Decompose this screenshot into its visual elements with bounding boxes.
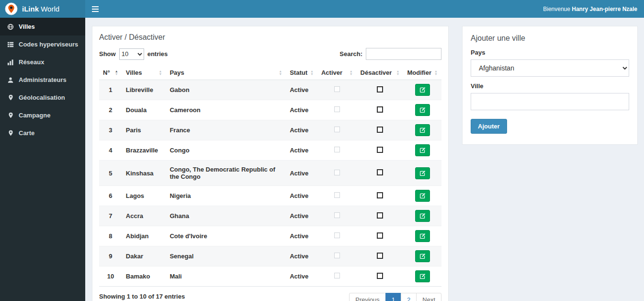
entries-label: entries	[147, 50, 168, 58]
row-number: 8	[99, 226, 122, 246]
sort-icon: ▲▼	[396, 70, 400, 76]
ajouter-button[interactable]: Ajouter	[471, 119, 507, 134]
sidebar-toggle-button[interactable]	[85, 0, 105, 18]
desactiver-checkbox[interactable]	[377, 192, 383, 198]
edit-icon	[419, 193, 426, 199]
brand[interactable]: iLink World	[0, 0, 85, 18]
activer-checkbox[interactable]	[334, 170, 340, 175]
sort-icon: ▲▼	[350, 70, 353, 76]
ville-cell: Libreville	[122, 80, 166, 100]
table-info: Showing 1 to 10 of 17 entries	[99, 293, 185, 300]
sidebar-item-campagne[interactable]: Campagne	[0, 106, 85, 124]
column-header-modifier[interactable]: Modifier ▲▼	[403, 66, 441, 80]
activer-checkbox[interactable]	[334, 147, 340, 152]
list-icon	[7, 41, 14, 48]
top-header: iLink World Bienvenue Hanry Jean-pierre …	[0, 0, 644, 18]
table-row: 10 Bamako Mali Active	[99, 266, 441, 287]
table-row: 1 Libreville Gabon Active	[99, 80, 441, 100]
column-header-activer[interactable]: Activer ▲▼	[317, 66, 357, 80]
pagination-page-2[interactable]: 2	[401, 293, 417, 301]
desactiver-checkbox[interactable]	[377, 212, 383, 219]
modifier-button[interactable]	[415, 84, 430, 96]
pagination-next[interactable]: Next	[416, 293, 441, 301]
pays-cell: France	[166, 120, 286, 140]
sidebar-item-codes-hyperviseurs[interactable]: Codes hyperviseurs	[0, 35, 85, 53]
sidebar-item-label: Codes hyperviseurs	[19, 41, 78, 48]
desactiver-checkbox[interactable]	[377, 127, 383, 133]
modifier-button[interactable]	[415, 144, 430, 156]
statut-cell: Active	[286, 206, 317, 226]
modifier-button[interactable]	[415, 230, 430, 242]
modifier-button[interactable]	[415, 250, 430, 262]
activer-checkbox[interactable]	[334, 127, 340, 132]
modifier-button[interactable]	[415, 270, 430, 282]
sidebar-menu: Villes Codes hyperviseurs Réseaux Admini…	[0, 18, 85, 142]
desactiver-checkbox[interactable]	[377, 273, 383, 279]
edit-icon	[419, 253, 426, 259]
desactiver-checkbox[interactable]	[377, 253, 383, 259]
sort-icon: ▲▼	[310, 70, 314, 76]
desactiver-checkbox[interactable]	[377, 232, 383, 239]
search-input[interactable]	[366, 48, 441, 60]
column-header-pays[interactable]: Pays ▲▼	[166, 66, 286, 80]
map-marker-icon	[7, 94, 14, 101]
edit-icon	[419, 233, 426, 239]
edit-icon	[419, 87, 426, 93]
ville-cell: Douala	[122, 100, 166, 120]
row-number: 1	[99, 80, 122, 100]
search-label: Search:	[339, 50, 362, 58]
sort-icon: ▲▼	[279, 70, 282, 76]
row-number: 3	[99, 120, 122, 140]
table-row: 8 Abidjan Cote d'Ivoire Active	[99, 226, 441, 246]
sidebar-item-villes[interactable]: Villes	[0, 18, 85, 35]
column-header-statut[interactable]: Statut ▲▼	[286, 66, 317, 80]
sidebar-item-carte[interactable]: Carte	[0, 124, 85, 142]
desactiver-checkbox[interactable]	[377, 106, 383, 113]
modifier-button[interactable]	[415, 210, 430, 222]
add-ville-panel: Ajouter une ville Pays Afghanistan Ville…	[462, 26, 638, 145]
activer-checkbox[interactable]	[334, 86, 340, 92]
sidebar-item-reseaux[interactable]: Réseaux	[0, 53, 85, 71]
table-row: 6 Lagos Nigeria Active	[99, 186, 441, 206]
sidebar-item-administrateurs[interactable]: Administrateurs	[0, 71, 85, 89]
sidebar-item-label: Géolocalisation	[19, 94, 65, 101]
ville-input[interactable]	[471, 93, 629, 110]
modifier-button[interactable]	[415, 167, 430, 179]
desactiver-checkbox[interactable]	[377, 147, 383, 153]
activer-checkbox[interactable]	[334, 273, 340, 278]
edit-icon	[419, 107, 426, 113]
statut-cell: Active	[286, 161, 317, 186]
main-content: Modification et Activation des villes Ac…	[85, 0, 644, 301]
desactiver-checkbox[interactable]	[377, 86, 383, 93]
pagination-previous[interactable]: Previous	[349, 293, 386, 301]
villes-table: N° ▲▼ Villes ▲▼ Pays ▲▼	[99, 66, 441, 287]
column-header-num[interactable]: N° ▲▼	[99, 66, 122, 80]
map-marker-icon	[7, 130, 14, 136]
app-root: iLink World Bienvenue Hanry Jean-pierre …	[0, 0, 644, 301]
ville-label: Ville	[471, 82, 629, 90]
modifier-button[interactable]	[415, 104, 430, 116]
pays-select[interactable]: Afghanistan	[471, 59, 629, 77]
activer-checkbox[interactable]	[334, 232, 340, 238]
modifier-button[interactable]	[415, 190, 430, 202]
modifier-button[interactable]	[415, 124, 430, 136]
sort-icon: ▲▼	[115, 70, 118, 76]
activer-checkbox[interactable]	[334, 192, 340, 198]
statut-cell: Active	[286, 100, 317, 120]
column-header-desactiver[interactable]: Désactiver ▲▼	[357, 66, 404, 80]
activer-checkbox[interactable]	[334, 212, 340, 218]
table-footer: Showing 1 to 10 of 17 entries Previous 1…	[99, 287, 441, 301]
pagination-page-1[interactable]: 1	[385, 293, 401, 301]
page-length-select[interactable]: 10	[119, 48, 144, 60]
search-control: Search:	[339, 48, 441, 60]
column-header-villes[interactable]: Villes ▲▼	[122, 66, 166, 80]
activer-checkbox[interactable]	[334, 253, 340, 258]
row-number: 2	[99, 100, 122, 120]
row-number: 5	[99, 161, 122, 186]
edit-icon	[419, 273, 426, 279]
sidebar-item-geolocalisation[interactable]: Géolocalisation	[0, 89, 85, 106]
desactiver-checkbox[interactable]	[377, 169, 383, 175]
pagination-pages: 12	[386, 293, 417, 301]
table-controls: Show 10 entries Search:	[99, 48, 441, 60]
activer-checkbox[interactable]	[334, 106, 340, 112]
